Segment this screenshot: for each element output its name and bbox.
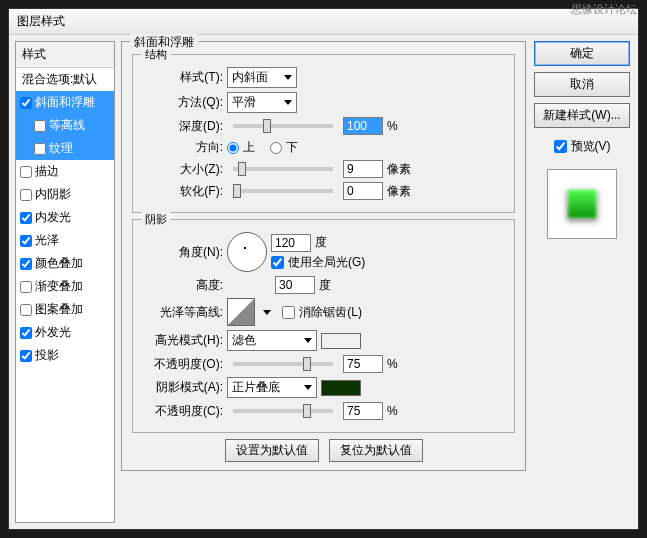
angle-input[interactable]: 120 bbox=[271, 234, 311, 252]
style-item[interactable]: 斜面和浮雕 bbox=[16, 91, 114, 114]
style-checkbox[interactable] bbox=[20, 166, 32, 178]
method-label: 方法(Q): bbox=[143, 94, 223, 111]
style-checkbox[interactable] bbox=[20, 350, 32, 362]
styles-header: 样式 bbox=[16, 42, 114, 68]
style-checkbox[interactable] bbox=[34, 120, 46, 132]
highlight-mode-value: 滤色 bbox=[232, 332, 256, 349]
style-checkbox[interactable] bbox=[20, 327, 32, 339]
title-bar: 图层样式 bbox=[9, 9, 638, 35]
style-label: 样式(T): bbox=[143, 69, 223, 86]
gloss-contour-picker[interactable] bbox=[227, 298, 255, 326]
slider-thumb[interactable] bbox=[303, 357, 311, 371]
set-default-button[interactable]: 设置为默认值 bbox=[225, 439, 319, 462]
style-checkbox[interactable] bbox=[20, 97, 32, 109]
shading-fieldset: 阴影 角度(N): 120 度 使用全局光(G) bbox=[132, 219, 515, 433]
style-item[interactable]: 图案叠加 bbox=[16, 298, 114, 321]
shadow-color-swatch[interactable] bbox=[321, 380, 361, 396]
style-item[interactable]: 投影 bbox=[16, 344, 114, 367]
highlight-color-swatch[interactable] bbox=[321, 333, 361, 349]
highlight-mode-label: 高光模式(H): bbox=[143, 332, 223, 349]
style-checkbox[interactable] bbox=[20, 304, 32, 316]
antialias-checkbox[interactable] bbox=[282, 306, 295, 319]
style-item[interactable]: 渐变叠加 bbox=[16, 275, 114, 298]
soften-slider[interactable] bbox=[233, 189, 333, 193]
style-checkbox[interactable] bbox=[34, 143, 46, 155]
chevron-down-icon bbox=[304, 338, 312, 343]
highlight-mode-dropdown[interactable]: 滤色 bbox=[227, 330, 317, 351]
depth-unit: % bbox=[387, 119, 398, 133]
slider-thumb[interactable] bbox=[263, 119, 271, 133]
bevel-emboss-fieldset: 斜面和浮雕 结构 样式(T): 内斜面 方法(Q): 平滑 深度(D): 100 bbox=[121, 41, 526, 471]
chevron-down-icon bbox=[284, 75, 292, 80]
depth-input[interactable]: 100 bbox=[343, 117, 383, 135]
slider-thumb[interactable] bbox=[238, 162, 246, 176]
chevron-down-icon[interactable] bbox=[263, 310, 271, 315]
depth-label: 深度(D): bbox=[143, 118, 223, 135]
style-item[interactable]: 纹理 bbox=[16, 137, 114, 160]
preview-checkbox[interactable] bbox=[554, 140, 567, 153]
direction-up-radio[interactable] bbox=[227, 142, 239, 154]
angle-label: 角度(N): bbox=[143, 244, 223, 261]
shadow-mode-label: 阴影模式(A): bbox=[143, 379, 223, 396]
soften-input[interactable]: 0 bbox=[343, 182, 383, 200]
shadow-mode-value: 正片叠底 bbox=[232, 379, 280, 396]
style-item[interactable]: 颜色叠加 bbox=[16, 252, 114, 275]
shadow-opacity-slider[interactable] bbox=[233, 409, 333, 413]
style-label: 等高线 bbox=[49, 117, 85, 134]
style-checkbox[interactable] bbox=[20, 212, 32, 224]
main-panel: 斜面和浮雕 结构 样式(T): 内斜面 方法(Q): 平滑 深度(D): 100 bbox=[121, 41, 526, 523]
style-dropdown[interactable]: 内斜面 bbox=[227, 67, 297, 88]
style-checkbox[interactable] bbox=[20, 281, 32, 293]
new-style-button[interactable]: 新建样式(W)... bbox=[534, 103, 630, 128]
style-checkbox[interactable] bbox=[20, 189, 32, 201]
shadow-opacity-input[interactable]: 75 bbox=[343, 402, 383, 420]
style-item[interactable]: 外发光 bbox=[16, 321, 114, 344]
shadow-opacity-label: 不透明度(C): bbox=[143, 403, 223, 420]
angle-picker[interactable] bbox=[227, 232, 267, 272]
style-label: 图案叠加 bbox=[35, 301, 83, 318]
styles-panel: 样式 混合选项:默认 斜面和浮雕等高线纹理描边内阴影内发光光泽颜色叠加渐变叠加图… bbox=[15, 41, 115, 523]
blend-options-item[interactable]: 混合选项:默认 bbox=[16, 68, 114, 91]
preview-swatch bbox=[567, 189, 597, 219]
watermark: 思缘设计论坛 bbox=[571, 2, 637, 17]
cancel-button[interactable]: 取消 bbox=[534, 72, 630, 97]
structure-fieldset: 结构 样式(T): 内斜面 方法(Q): 平滑 深度(D): 100 % bbox=[132, 54, 515, 213]
highlight-opacity-input[interactable]: 75 bbox=[343, 355, 383, 373]
gloss-label: 光泽等高线: bbox=[143, 304, 223, 321]
highlight-opacity-slider[interactable] bbox=[233, 362, 333, 366]
style-item[interactable]: 描边 bbox=[16, 160, 114, 183]
global-light-label: 使用全局光(G) bbox=[288, 254, 365, 271]
style-item[interactable]: 光泽 bbox=[16, 229, 114, 252]
preview-label: 预览(V) bbox=[571, 138, 611, 155]
style-checkbox[interactable] bbox=[20, 258, 32, 270]
altitude-label: 高度: bbox=[143, 277, 223, 294]
style-item[interactable]: 内阴影 bbox=[16, 183, 114, 206]
altitude-unit: 度 bbox=[319, 277, 331, 294]
slider-thumb[interactable] bbox=[233, 184, 241, 198]
angle-dot bbox=[244, 247, 246, 249]
shadow-opacity-unit: % bbox=[387, 404, 398, 418]
style-label: 投影 bbox=[35, 347, 59, 364]
depth-slider[interactable] bbox=[233, 124, 333, 128]
style-label: 描边 bbox=[35, 163, 59, 180]
shadow-mode-dropdown[interactable]: 正片叠底 bbox=[227, 377, 317, 398]
altitude-input[interactable]: 30 bbox=[275, 276, 315, 294]
method-dropdown[interactable]: 平滑 bbox=[227, 92, 297, 113]
size-input[interactable]: 9 bbox=[343, 160, 383, 178]
global-light-checkbox[interactable] bbox=[271, 256, 284, 269]
size-slider[interactable] bbox=[233, 167, 333, 171]
direction-down-radio[interactable] bbox=[270, 142, 282, 154]
style-item[interactable]: 等高线 bbox=[16, 114, 114, 137]
ok-button[interactable]: 确定 bbox=[534, 41, 630, 66]
size-label: 大小(Z): bbox=[143, 161, 223, 178]
style-label: 斜面和浮雕 bbox=[35, 94, 95, 111]
style-label: 渐变叠加 bbox=[35, 278, 83, 295]
style-label: 内阴影 bbox=[35, 186, 71, 203]
style-checkbox[interactable] bbox=[20, 235, 32, 247]
styles-list: 混合选项:默认 斜面和浮雕等高线纹理描边内阴影内发光光泽颜色叠加渐变叠加图案叠加… bbox=[16, 68, 114, 367]
reset-default-button[interactable]: 复位为默认值 bbox=[329, 439, 423, 462]
slider-thumb[interactable] bbox=[303, 404, 311, 418]
style-value: 内斜面 bbox=[232, 69, 268, 86]
style-item[interactable]: 内发光 bbox=[16, 206, 114, 229]
structure-legend: 结构 bbox=[141, 47, 171, 62]
